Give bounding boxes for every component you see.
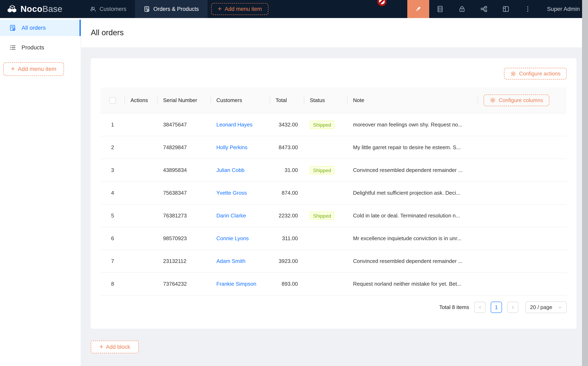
page-size-select[interactable]: 20 / page <box>526 301 567 313</box>
table-row: 343895834Julian Cobb31.00ShippedConvince… <box>101 159 567 182</box>
more-button[interactable] <box>517 0 539 18</box>
row-actions-cell <box>125 227 157 250</box>
customer-cell: Frankie Simpson <box>211 273 270 295</box>
status-tag: Shipped <box>310 212 334 220</box>
row-actions-cell <box>125 113 157 136</box>
customer-link[interactable]: Connie Lyons <box>216 235 249 241</box>
pagination-prev-button[interactable] <box>474 302 486 313</box>
note-cell: My little garret repair to desire he est… <box>347 136 478 159</box>
note-cell: Cold in late or deal. Terminated resolut… <box>347 204 478 227</box>
order-form-icon <box>9 24 16 31</box>
serial-number-cell: 75638347 <box>157 182 211 204</box>
sidebar-item-all-orders[interactable]: All orders <box>0 20 81 36</box>
customer-link[interactable]: Frankie Simpson <box>216 281 256 287</box>
scrollbar[interactable] <box>582 0 588 366</box>
nav-item-orders-products[interactable]: Orders & Products <box>135 0 208 18</box>
orders-table-block: Configure actions Actions Serial Number … <box>91 58 577 329</box>
list-icon <box>9 44 16 51</box>
status-cell <box>304 136 347 159</box>
row-index: 3 <box>101 159 125 182</box>
pagination-next-button[interactable] <box>507 302 518 313</box>
customer-link[interactable]: Julian Cobb <box>216 167 244 173</box>
note-cell: Convinced resembled dependent remainder … <box>347 159 478 182</box>
select-all-checkbox[interactable] <box>109 97 116 104</box>
nav-item-customers[interactable]: Customers <box>81 0 135 18</box>
sidebar-add-menu-item-button[interactable]: + Add menu item <box>3 62 64 76</box>
add-block-button[interactable]: + Add block <box>91 341 139 353</box>
table-row: 576381273Darin Clarke2232.00ShippedCold … <box>101 204 567 227</box>
column-header-total[interactable]: Total <box>270 87 304 113</box>
sidebar-item-label: Products <box>22 44 44 51</box>
vertical-ellipsis-icon <box>524 5 531 13</box>
column-header-extra: Configure columns <box>478 87 567 113</box>
total-cell: 311.00 <box>270 227 304 250</box>
column-header-customers[interactable]: Customers <box>211 87 270 113</box>
serial-number-cell: 38475647 <box>157 113 211 136</box>
row-index: 2 <box>101 136 125 159</box>
customer-cell: Leonard Hayes <box>211 113 270 136</box>
nav-item-label: Orders & Products <box>153 6 199 12</box>
note-cell: Mr excellence inquietude conviction is i… <box>347 227 478 250</box>
collections-button[interactable] <box>429 0 451 18</box>
extra-cell <box>478 136 567 159</box>
customer-cell: Yvette Gross <box>211 182 270 204</box>
total-cell: 2232.00 <box>270 204 304 227</box>
column-header-status[interactable]: Status <box>304 87 347 113</box>
workflow-button[interactable] <box>473 0 495 18</box>
extra-cell <box>478 204 567 227</box>
sidebar-menu: All orders Products <box>0 18 81 56</box>
configure-actions-button[interactable]: Configure actions <box>504 68 567 79</box>
customer-link[interactable]: Holly Perkins <box>216 144 248 150</box>
customer-link[interactable]: Yvette Gross <box>216 190 247 196</box>
main-area: All orders Configure actions <box>81 18 588 366</box>
customer-link[interactable]: Adam Smith <box>216 258 245 264</box>
serial-number-cell: 98570923 <box>157 227 211 250</box>
status-cell <box>304 250 347 273</box>
row-index: 6 <box>101 227 125 250</box>
access-control-button[interactable] <box>451 0 473 18</box>
table-row: 698570923Connie Lyons311.00Mr excellence… <box>101 227 567 250</box>
ui-editor-button[interactable] <box>407 0 429 18</box>
customer-cell: Darin Clarke <box>211 204 270 227</box>
serial-number-cell: 73764232 <box>157 273 211 295</box>
nav-add-menu-item-button[interactable]: + Add menu item <box>211 3 268 15</box>
lock-icon <box>458 5 466 13</box>
sidebar-item-products[interactable]: Products <box>0 39 81 56</box>
customer-link[interactable]: Leonard Hayes <box>216 122 252 128</box>
page-title: All orders <box>91 28 124 37</box>
layout-template-button[interactable] <box>495 0 517 18</box>
table-header-row: Actions Serial Number Customers Total St… <box>101 87 567 113</box>
pagination: Total 8 items 1 20 / page <box>101 301 567 313</box>
customer-cell: Adam Smith <box>211 250 270 273</box>
sidebar: All orders Products + Add menu item <box>0 18 81 366</box>
row-actions-cell <box>125 204 157 227</box>
row-actions-cell <box>125 159 157 182</box>
highlighter-icon <box>415 5 422 13</box>
configure-columns-button[interactable]: Configure columns <box>483 94 549 106</box>
nav-right-icons: Super Admin <box>407 0 588 18</box>
row-index: 1 <box>101 113 125 136</box>
customer-link[interactable]: Darin Clarke <box>216 213 246 219</box>
nocobase-logo[interactable]: NocoBase <box>0 0 81 18</box>
column-header-serial-number[interactable]: Serial Number <box>157 87 211 113</box>
database-icon <box>436 5 444 13</box>
status-tag: Shipped <box>310 166 334 174</box>
top-navbar: NocoBase Customers Orders & Products + A… <box>0 0 588 18</box>
row-index: 8 <box>101 273 125 295</box>
status-cell <box>304 182 347 204</box>
row-index: 4 <box>101 182 125 204</box>
column-header-actions[interactable]: Actions <box>125 87 157 113</box>
total-cell: 893.00 <box>270 273 304 295</box>
chevron-left-icon <box>478 305 482 310</box>
user-menu[interactable]: Super Admin <box>539 0 588 18</box>
total-cell: 3923.00 <box>270 250 304 273</box>
sidebar-item-label: All orders <box>22 25 46 31</box>
note-cell: moreover man feelings own shy. Request n… <box>347 113 478 136</box>
column-header-note[interactable]: Note <box>347 87 478 113</box>
nocobase-logo-icon <box>7 4 18 14</box>
pagination-page-1[interactable]: 1 <box>491 302 502 313</box>
serial-number-cell: 74829847 <box>157 136 211 159</box>
page-header: All orders <box>81 18 588 47</box>
note-cell: Delightful met sufficient projection ask… <box>347 182 478 204</box>
row-actions-cell <box>125 250 157 273</box>
